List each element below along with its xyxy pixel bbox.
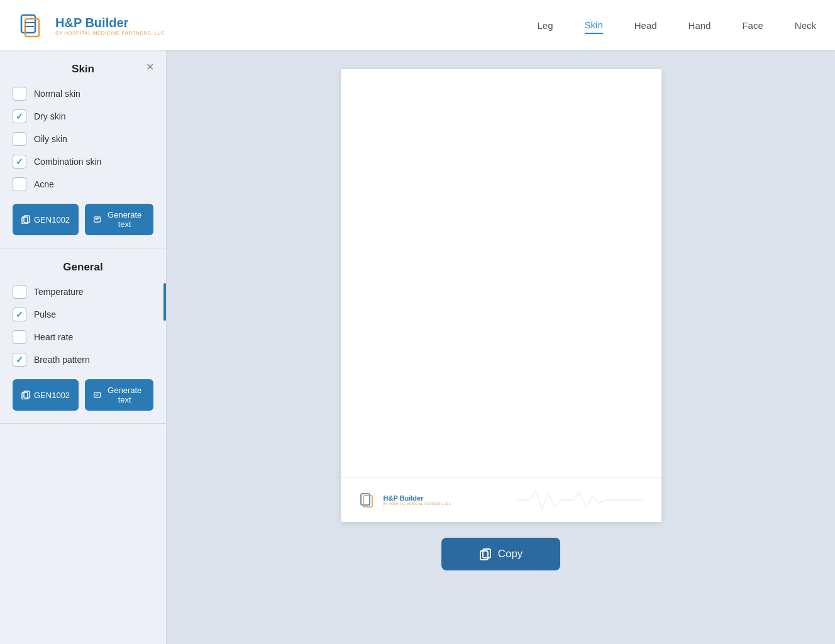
general-generate-label: Generate text — [104, 386, 145, 404]
general-generate-icon — [94, 391, 101, 399]
general-generate-button[interactable]: Generate text — [85, 379, 153, 411]
nav-item-hand[interactable]: Hand — [688, 18, 711, 33]
main-nav: Leg Skin Head Hand Face Neck — [538, 17, 816, 34]
general-item-pulse[interactable]: Pulse — [13, 308, 153, 321]
nav-item-neck[interactable]: Neck — [795, 18, 816, 33]
app-name: H&P Builder — [55, 15, 165, 30]
header: H&P Builder BY HOSPITAL MEDICINE PARTNER… — [0, 0, 835, 50]
skin-section: ✕ Skin Normal skin Dry skin Oily skin — [0, 50, 166, 248]
content-area: H&P Builder BY HOSPITAL MEDICINE PARTNER… — [167, 50, 835, 644]
doc-content — [341, 69, 661, 477]
document-preview: H&P Builder BY HOSPITAL MEDICINE PARTNER… — [341, 69, 661, 522]
skin-checkbox-normal[interactable] — [13, 87, 26, 101]
skin-item-oily[interactable]: Oily skin — [13, 132, 153, 146]
footer-logo: H&P Builder BY HOSPITAL MEDICINE PARTNER… — [360, 491, 451, 509]
general-checkbox-heart-rate[interactable] — [13, 330, 26, 344]
skin-checkbox-combination[interactable] — [13, 155, 26, 169]
skin-section-buttons: GEN1002 Generate text — [13, 204, 153, 235]
nav-item-skin[interactable]: Skin — [585, 17, 603, 34]
skin-section-title: Skin — [13, 63, 153, 75]
footer-logo-text-group: H&P Builder BY HOSPITAL MEDICINE PARTNER… — [384, 494, 451, 506]
skin-item-normal[interactable]: Normal skin — [13, 87, 153, 101]
general-label-breath-pattern: Breath pattern — [34, 355, 90, 365]
copy-doc-icon — [21, 215, 30, 224]
skin-item-dry[interactable]: Dry skin — [13, 109, 153, 123]
skin-label-normal: Normal skin — [34, 89, 80, 99]
skin-checkbox-dry[interactable] — [13, 109, 26, 123]
footer-waveform — [517, 487, 643, 513]
skin-checkbox-list: Normal skin Dry skin Oily skin Combinati… — [13, 87, 153, 191]
footer-logo-icon — [360, 491, 379, 509]
general-section-title: General — [13, 261, 153, 274]
skin-item-acne[interactable]: Acne — [13, 177, 153, 191]
main-layout: ✕ Skin Normal skin Dry skin Oily skin — [0, 50, 835, 644]
general-item-temperature[interactable]: Temperature — [13, 285, 153, 299]
nav-item-leg[interactable]: Leg — [538, 18, 553, 33]
copy-button[interactable]: Copy — [441, 538, 561, 570]
skin-code-label: GEN1002 — [34, 215, 70, 225]
skin-label-combination: Combination skin — [34, 157, 101, 167]
general-section: General Temperature Pulse Heart rate — [0, 248, 166, 424]
skin-checkbox-oily[interactable] — [13, 132, 26, 146]
general-checkbox-temperature[interactable] — [13, 285, 26, 299]
svg-rect-0 — [21, 15, 35, 33]
skin-section-close[interactable]: ✕ — [142, 59, 157, 74]
general-checkbox-breath-pattern[interactable] — [13, 353, 26, 367]
svg-rect-17 — [483, 549, 490, 558]
svg-rect-16 — [480, 551, 488, 560]
nav-item-face[interactable]: Face — [742, 18, 763, 33]
copy-button-label: Copy — [498, 548, 523, 560]
copy-icon — [479, 548, 492, 560]
general-checkbox-list: Temperature Pulse Heart rate Breath patt… — [13, 285, 153, 367]
general-label-pulse: Pulse — [34, 309, 56, 319]
footer-brand-name: H&P Builder — [384, 494, 451, 502]
skin-label-dry: Dry skin — [34, 111, 66, 121]
general-label-temperature: Temperature — [34, 287, 84, 297]
general-copy-doc-icon — [21, 391, 30, 399]
general-label-heart-rate: Heart rate — [34, 332, 73, 342]
general-code-label: GEN1002 — [34, 391, 70, 400]
logo-text-group: H&P Builder BY HOSPITAL MEDICINE PARTNER… — [55, 15, 165, 36]
generate-text-icon — [94, 215, 101, 224]
skin-label-acne: Acne — [34, 179, 54, 189]
skin-label-oily: Oily skin — [34, 134, 67, 144]
footer-brand-sub: BY HOSPITAL MEDICINE PARTNERS, LLC — [384, 502, 451, 506]
nav-item-head[interactable]: Head — [634, 18, 657, 33]
sidebar: ✕ Skin Normal skin Dry skin Oily skin — [0, 50, 167, 644]
skin-generate-label: Generate text — [104, 210, 145, 229]
general-checkbox-pulse[interactable] — [13, 308, 26, 321]
app-logo-icon — [19, 10, 49, 40]
app-subtitle: BY HOSPITAL MEDICINE PARTNERS, LLC — [55, 30, 165, 36]
scroll-thumb — [163, 283, 166, 321]
logo-area: H&P Builder BY HOSPITAL MEDICINE PARTNER… — [19, 10, 165, 40]
skin-item-combination[interactable]: Combination skin — [13, 155, 153, 169]
skin-code-button[interactable]: GEN1002 — [13, 204, 79, 235]
skin-generate-button[interactable]: Generate text — [85, 204, 153, 235]
copy-button-container: Copy — [441, 538, 561, 570]
general-section-buttons: GEN1002 Generate text — [13, 379, 153, 411]
general-item-breath-pattern[interactable]: Breath pattern — [13, 353, 153, 367]
general-item-heart-rate[interactable]: Heart rate — [13, 330, 153, 344]
general-code-button[interactable]: GEN1002 — [13, 379, 79, 411]
svg-rect-1 — [25, 19, 39, 36]
skin-checkbox-acne[interactable] — [13, 177, 26, 191]
doc-footer: H&P Builder BY HOSPITAL MEDICINE PARTNER… — [341, 477, 661, 522]
